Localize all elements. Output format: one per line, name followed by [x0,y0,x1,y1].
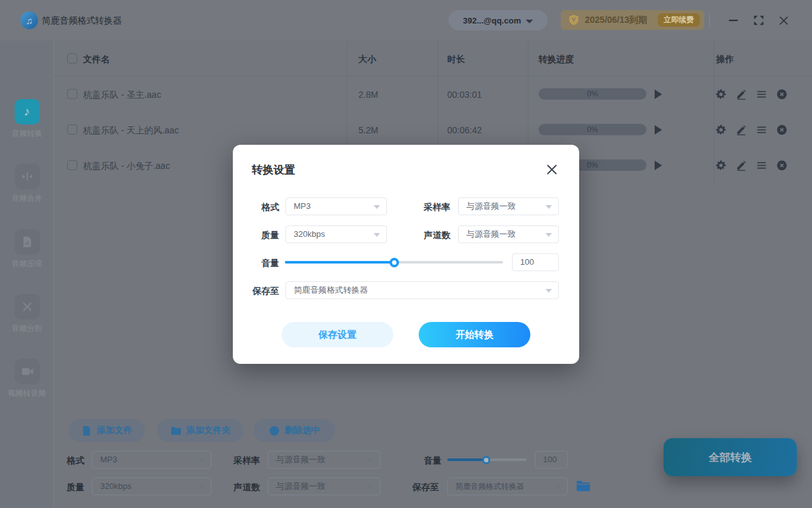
close-button[interactable] [776,13,790,27]
file-name: 杭盖乐队 - 圣主.aac [83,90,161,101]
sidebar-item-label: 音频压缩 [0,258,54,269]
account-email: 392...@qq.com [463,16,521,25]
minimize-button[interactable] [726,13,740,27]
channels-value: 与源音频一致 [466,229,516,239]
sample-rate-label: 采样率 [408,202,450,213]
delete-selected-button[interactable]: 删除选中 [254,419,335,442]
column-header-size: 大小 [358,54,376,65]
caret-down-icon [367,458,374,462]
video-camera-icon [15,359,40,384]
sample-rate-select[interactable]: 与源音频一致 [458,197,559,215]
file-name: 杭盖乐队 - 小兔子.aac [83,161,170,172]
volume-input[interactable]: 100 [512,253,559,271]
channels-select[interactable]: 与源音频一致 [268,478,381,495]
sidebar-item-label: 音频转换 [0,128,54,139]
file-name: 杭盖乐队 - 天上的风.aac [83,125,179,137]
file-size: 2.8M [358,90,378,100]
file-duration: 00:03:01 [447,90,482,100]
file-size: 5.2M [358,125,378,135]
convert-all-button[interactable]: 全部转换 [664,438,797,476]
add-folder-label: 添加文件夹 [187,425,231,436]
dialog-close-icon[interactable] [545,163,559,177]
format-select[interactable]: MP3 [92,451,211,469]
add-file-button[interactable]: 添加文件 [69,419,145,442]
play-icon[interactable] [654,125,665,136]
sidebar-item-video-to-audio[interactable]: 视频转音频 [0,359,54,399]
save-to-select[interactable]: 简鹿音频格式转换器 [447,478,568,495]
save-settings-button[interactable]: 保存设置 [282,322,393,347]
column-divider [714,41,714,184]
channels-label: 声道数 [233,482,260,493]
caret-down-icon [367,485,374,489]
music-note-icon: ♪ [15,99,40,124]
caret-down-icon [198,458,204,462]
settings-gear-icon[interactable] [716,89,726,100]
caret-down-icon [546,233,552,237]
caret-down-icon [554,485,561,489]
remove-circle-icon[interactable] [776,160,787,171]
format-select[interactable]: MP3 [285,197,387,215]
play-icon[interactable] [654,161,665,171]
split-icon [15,294,40,319]
app-title: 简鹿音频格式转换器 [42,15,122,27]
volume-slider-fill [285,261,394,264]
column-header-name: 文件名 [83,54,110,65]
sidebar-item-label: 音频合并 [0,193,54,204]
edit-pencil-icon[interactable] [736,89,747,100]
channels-label: 声道数 [408,230,450,241]
list-menu-icon[interactable] [756,124,767,135]
row-checkbox[interactable] [67,160,77,170]
sidebar-item-audio-merge[interactable]: 音频合并 [0,164,54,204]
remove-circle-icon[interactable] [776,89,787,100]
caret-down-icon [546,289,552,293]
channels-value: 与源音频一致 [276,481,325,491]
volume-slider-thumb[interactable] [390,258,399,267]
save-to-value: 简鹿音频格式转换器 [294,285,368,295]
vip-expiry-text: 2025/06/13到期 [585,15,647,26]
maximize-button[interactable] [752,13,766,27]
sidebar: ♪ 音频转换 音频合并 音频压缩 音频分割 视频转音频 [0,41,54,508]
start-convert-button[interactable]: 开始转换 [419,322,530,347]
progress-bar: 0% [539,88,646,100]
save-to-select[interactable]: 简鹿音频格式转换器 [285,281,559,299]
list-menu-icon[interactable] [756,89,767,100]
sample-rate-select[interactable]: 与源音频一致 [268,451,381,469]
edit-pencil-icon[interactable] [736,124,747,135]
select-all-checkbox[interactable] [67,53,77,64]
volume-slider-thumb[interactable] [482,456,490,464]
list-menu-icon[interactable] [756,160,767,171]
play-icon[interactable] [654,90,665,100]
quality-label: 质量 [246,230,279,241]
format-label: 格式 [67,455,84,467]
account-menu[interactable]: 392...@qq.com [449,10,547,30]
column-header-actions: 操作 [716,54,734,65]
volume-input[interactable]: 100 [535,451,568,469]
caret-down-icon [374,233,380,237]
vip-status: 2025/06/13到期 立即续费 [561,10,704,30]
add-folder-icon [171,425,181,436]
sidebar-item-audio-convert[interactable]: ♪ 音频转换 [0,99,54,139]
quality-select[interactable]: 320kbps [285,225,387,243]
settings-gear-icon[interactable] [716,160,726,171]
quality-label: 质量 [67,482,84,493]
row-checkbox[interactable] [67,89,77,99]
sidebar-item-audio-split[interactable]: 音频分割 [0,294,54,334]
browse-folder-icon[interactable] [576,480,591,492]
column-header-duration: 时长 [447,54,465,65]
save-to-label: 保存至 [412,482,439,493]
save-to-label: 保存至 [239,286,279,297]
edit-pencil-icon[interactable] [736,160,747,171]
channels-select[interactable]: 与源音频一致 [458,225,559,243]
sidebar-item-audio-compress[interactable]: 音频压缩 [0,229,54,269]
quality-value: 320kbps [100,481,131,491]
format-label: 格式 [246,202,279,213]
remove-circle-icon[interactable] [776,124,787,135]
add-folder-button[interactable]: 添加文件夹 [157,419,244,442]
caret-down-icon [546,205,552,209]
settings-gear-icon[interactable] [716,124,726,135]
quality-select[interactable]: 320kbps [92,478,211,495]
renew-button[interactable]: 立即续费 [658,13,700,27]
quality-value: 320kbps [294,229,325,239]
format-value: MP3 [100,455,117,464]
row-checkbox[interactable] [67,124,77,135]
